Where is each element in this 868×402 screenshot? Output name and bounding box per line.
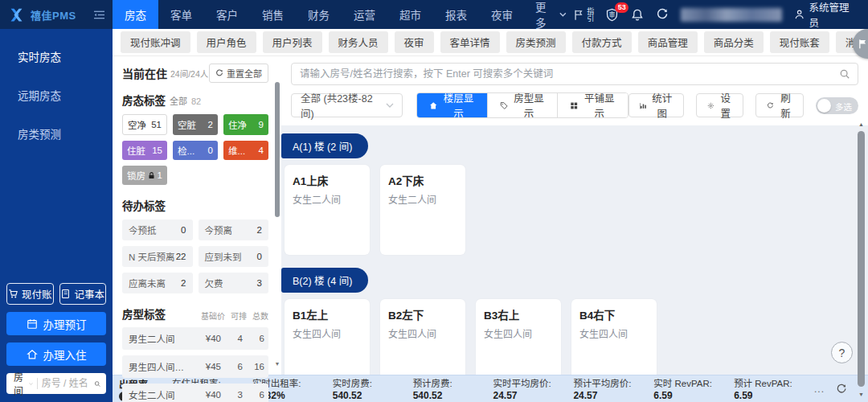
topnav-item[interactable]: 财务 xyxy=(296,0,342,29)
floor-header-row: A(1) 楼 (2 间) xyxy=(281,131,868,165)
search-icon[interactable] xyxy=(94,379,100,389)
status-all-label[interactable]: 全部 xyxy=(170,94,187,107)
search-icon[interactable] xyxy=(839,68,850,80)
todo-tag-label: 欠费 xyxy=(205,277,223,289)
room-card[interactable]: B3右上女生四人间 xyxy=(476,299,561,375)
topnav-item[interactable]: 运营 xyxy=(342,0,387,29)
todo-tag-label: 今预离 xyxy=(205,224,233,236)
room-card[interactable]: A1上床女生二人间 xyxy=(285,165,370,255)
roomtype-row[interactable]: 男生四人间（大...¥45616 xyxy=(122,355,268,378)
reset-all-button[interactable]: 重置全部 xyxy=(209,64,268,83)
status-tag[interactable]: 锁房1 xyxy=(122,166,167,185)
topnav-item[interactable]: 超市 xyxy=(387,0,433,29)
roomtype-row[interactable]: 男生二人间¥4046 xyxy=(122,327,268,350)
panel-scrollbar[interactable] xyxy=(274,77,280,367)
checkin-button[interactable]: 办理入住 xyxy=(6,343,106,366)
todo-tag[interactable]: N 天后预离22 xyxy=(122,246,193,267)
module-tab[interactable]: 用户列表 xyxy=(263,31,322,53)
scroll-up-icon[interactable] xyxy=(857,121,866,127)
sidebar-item[interactable]: 房类预测 xyxy=(0,114,113,153)
room-name: A2下床 xyxy=(388,172,457,188)
module-tab[interactable]: 客单详情 xyxy=(440,31,500,53)
todo-tag[interactable]: 今预抵0 xyxy=(122,219,193,240)
topnav-item[interactable]: 客单 xyxy=(158,0,204,29)
status-tag[interactable]: 住脏15 xyxy=(122,141,167,160)
view-roomtype-label: 房型显示 xyxy=(513,92,545,118)
main-scrollbar[interactable] xyxy=(857,121,866,398)
room-field-select[interactable]: 房间 xyxy=(14,370,33,397)
refresh-button[interactable]: 刷新 xyxy=(755,93,804,117)
roomtype-row[interactable]: 女生二人间¥4036 xyxy=(122,384,268,402)
room-card[interactable]: A2下床女生二人间 xyxy=(380,165,465,255)
topnav-item[interactable]: 房态 xyxy=(113,0,158,29)
todo-tag[interactable]: 应到未到0 xyxy=(199,246,269,267)
todo-tag[interactable]: 欠费3 xyxy=(199,273,269,293)
status-tag-label: 空脏 xyxy=(178,118,196,131)
refresh-icon[interactable] xyxy=(656,8,669,21)
sidebar-item[interactable]: 实时房态 xyxy=(0,37,113,76)
booking-button[interactable]: 办理预订 xyxy=(6,312,106,335)
content: 现付账冲调用户角色用户列表财务人员夜审客单详情房类预测付款方式商品管理商品分类现… xyxy=(113,29,868,402)
topnav-item[interactable]: 客户 xyxy=(204,0,250,29)
module-tab[interactable]: 用户角色 xyxy=(197,31,256,53)
view-tile-button[interactable]: 平铺显示 xyxy=(557,93,628,117)
bell-icon[interactable] xyxy=(631,8,644,22)
scroll-down-icon[interactable] xyxy=(857,392,866,397)
roomtype-header-row: 房型标签 基础价可排总数 xyxy=(122,306,268,322)
panel-scrollbar-thumb[interactable] xyxy=(275,82,280,217)
module-tab[interactable]: 房类预测 xyxy=(506,31,566,53)
panel-scroll-down-icon[interactable] xyxy=(274,361,280,367)
statistics-button[interactable]: 统计图 xyxy=(628,93,684,117)
status-tag[interactable]: 空净51 xyxy=(122,114,167,135)
topnav-item[interactable]: 夜审 xyxy=(479,0,525,29)
todo-tag[interactable]: 今预离2 xyxy=(199,219,269,240)
room-card[interactable]: B4右下女生四人间 xyxy=(571,299,657,375)
topnav-more[interactable]: 更多 xyxy=(525,0,573,29)
filter-panel: 当前在住 24间/24人 重置全部 房态标签 全部 82 空净51空脏2住净9住… xyxy=(113,56,281,375)
room-card[interactable]: B1左上女生四人间 xyxy=(285,299,370,375)
status-tag[interactable]: 空脏2 xyxy=(173,114,218,135)
audit-button[interactable]: 审 53 xyxy=(605,8,619,22)
room-card[interactable]: B2左下女生四人间 xyxy=(380,299,465,375)
cash-account-button[interactable]: 现付账 xyxy=(6,283,54,305)
status-tag-label: 维... xyxy=(228,144,245,157)
module-tab[interactable]: 付款方式 xyxy=(572,31,632,53)
chevron-down-icon xyxy=(29,382,33,386)
view-roomtype-button[interactable]: 房型显示 xyxy=(487,93,558,117)
user-menu[interactable]: 系统管理员 xyxy=(794,0,857,30)
notebook-icon xyxy=(60,289,71,299)
multi-select-toggle[interactable]: 多选 xyxy=(816,97,858,114)
roomtype-price: ¥40 xyxy=(190,390,221,400)
menu-fold-icon[interactable] xyxy=(93,10,105,20)
sidebar-item[interactable]: 远期房态 xyxy=(0,76,113,114)
guide-button[interactable]: 指引 xyxy=(573,7,593,22)
module-tab[interactable]: 夜审 xyxy=(395,31,434,53)
room-keyword-search-input[interactable] xyxy=(291,63,858,85)
main-scrollbar-thumb[interactable] xyxy=(858,131,865,387)
room-type: 女生二人间 xyxy=(388,192,457,206)
stats-refresh-icon[interactable] xyxy=(836,384,847,395)
app-title: 禧佳PMS xyxy=(31,7,76,23)
floor-filter-select[interactable]: 全部 (共23楼-82间) xyxy=(291,93,403,117)
notebook-button[interactable]: 记事本 xyxy=(59,283,107,305)
status-tag[interactable]: 住净9 xyxy=(223,114,268,135)
module-tab[interactable]: 商品管理 xyxy=(638,31,698,53)
module-tab[interactable]: 现付账套 xyxy=(770,31,829,53)
module-tab[interactable]: 财务人员 xyxy=(329,31,388,53)
help-button[interactable]: ? xyxy=(831,342,853,363)
room-search-input[interactable] xyxy=(42,378,90,389)
status-tag[interactable]: 维...4 xyxy=(223,141,268,160)
floor-header[interactable]: A(1) 楼 (2 间) xyxy=(281,133,368,158)
todo-tag[interactable]: 应离未离2 xyxy=(122,273,193,293)
view-floor-button[interactable]: 楼层显示 xyxy=(417,93,487,117)
room-name: B3右上 xyxy=(484,306,553,322)
topnav-item[interactable]: 销售 xyxy=(250,0,296,29)
module-tab[interactable]: 现付账冲调 xyxy=(121,31,190,53)
room-type: 女生四人间 xyxy=(388,326,457,340)
status-tag[interactable]: 检...0 xyxy=(173,141,218,160)
floor-header[interactable]: B(2) 楼 (4 间) xyxy=(281,268,368,293)
module-tab[interactable]: 商品分类 xyxy=(704,31,764,53)
settings-button[interactable]: 设置 xyxy=(696,93,744,117)
stats-more[interactable]: ... xyxy=(814,384,825,395)
topnav-item[interactable]: 报表 xyxy=(433,0,479,29)
